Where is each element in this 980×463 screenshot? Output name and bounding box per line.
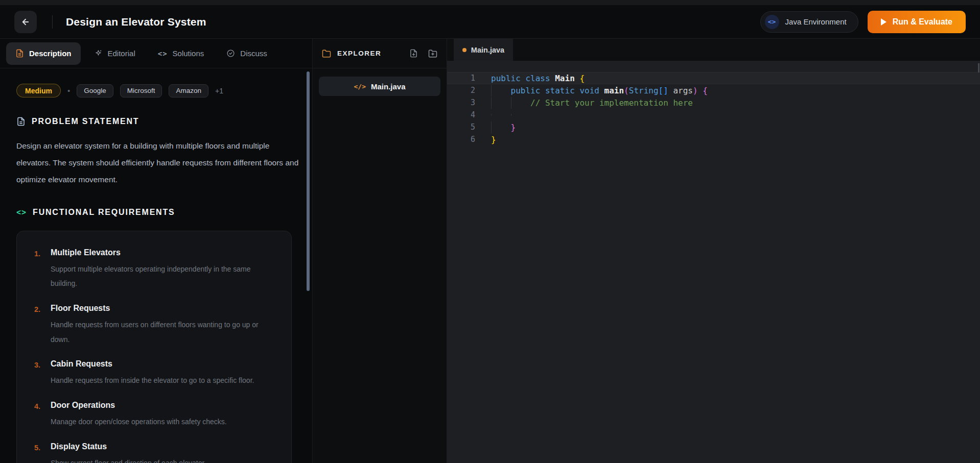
environment-badge[interactable]: <> Java Environment [760, 11, 858, 33]
indent-guide [491, 121, 492, 133]
editor-tab-label: Main.java [471, 46, 504, 54]
indent-guide [511, 97, 511, 109]
code-brackets-icon: <> [765, 15, 779, 29]
explorer-header: EXPLORER [313, 39, 447, 68]
company-tag-amazon[interactable]: Amazon [169, 84, 208, 98]
code-brackets-icon: <> [16, 208, 27, 217]
indent-guide [491, 114, 492, 116]
editor-tab-main-java[interactable]: Main.java [454, 39, 513, 61]
requirement-number: 3. [28, 359, 43, 388]
tab-description[interactable]: Description [6, 42, 81, 65]
line-number: 2 [447, 86, 475, 95]
requirement-description: Show current floor and direction of each… [51, 456, 206, 463]
file-item-main-java[interactable]: </> Main.java [319, 77, 440, 96]
environment-label: Java Environment [785, 17, 847, 26]
company-tag-microsoft[interactable]: Microsoft [120, 84, 162, 98]
requirement-description: Manage door open/close operations with s… [51, 415, 227, 429]
code-line[interactable]: 4 [447, 109, 980, 121]
tab-label: Solutions [173, 49, 204, 58]
panel-scrollbar-thumb[interactable] [307, 71, 310, 291]
difficulty-badge: Medium [16, 84, 61, 98]
problem-meta: Medium • Google Microsoft Amazon +1 [16, 84, 292, 98]
sparkles-icon [94, 49, 103, 58]
separator-dot: • [67, 86, 70, 95]
document-icon [15, 49, 24, 58]
requirement-number: 1. [28, 248, 43, 291]
editor-tab-bar: Main.java [447, 39, 980, 61]
window-top-edge [0, 0, 980, 5]
code-line[interactable]: 1public class Main { [447, 72, 980, 84]
line-number: 4 [447, 110, 475, 119]
run-evaluate-button[interactable]: Run & Evaluate [868, 11, 966, 33]
line-number: 3 [447, 98, 475, 107]
problem-statement-text: Design an elevator system for a building… [16, 138, 300, 188]
requirement-description: Handle requests from inside the elevator… [51, 373, 254, 388]
code-area[interactable]: 1public class Main {2 public static void… [447, 61, 980, 463]
tab-label: Discuss [240, 49, 267, 58]
problem-statement-heading: PROBLEM STATEMENT [16, 117, 292, 126]
heading-label: PROBLEM STATEMENT [32, 117, 139, 126]
tab-solutions[interactable]: <> Solutions [149, 42, 214, 65]
line-number: 1 [447, 74, 475, 83]
arrow-left-icon [21, 17, 30, 27]
requirement-number: 2. [28, 304, 43, 347]
description-panel: Description Editorial <> Solutions Discu… [0, 39, 313, 463]
page-title: Design an Elevator System [66, 16, 206, 28]
company-tag-google[interactable]: Google [77, 84, 113, 98]
requirement-number: 5. [28, 442, 43, 463]
more-companies-badge[interactable]: +1 [215, 87, 223, 95]
top-bar: Design an Elevator System <> Java Enviro… [0, 5, 980, 39]
code-brackets-icon: <> [158, 50, 168, 58]
file-explorer: EXPLORER </> Main.java [313, 39, 447, 463]
requirement-title: Door Operations [51, 401, 227, 410]
code-editor: Main.java 1public class Main {2 public s… [447, 39, 980, 463]
new-folder-icon[interactable] [428, 49, 437, 58]
document-icon [16, 117, 26, 126]
code-file-icon: </> [354, 83, 365, 90]
tab-label: Description [29, 49, 72, 58]
back-button[interactable] [14, 11, 37, 33]
indent-guide [511, 114, 511, 116]
check-circle-icon [226, 49, 235, 58]
requirement-description: Handle requests from users on different … [51, 318, 277, 347]
requirement-title: Display Status [51, 442, 206, 451]
panel-tabs: Description Editorial <> Solutions Discu… [0, 39, 312, 68]
line-number: 5 [447, 123, 475, 132]
run-evaluate-label: Run & Evaluate [893, 17, 952, 27]
tab-editorial[interactable]: Editorial [85, 42, 145, 65]
requirement-item: 2. Floor Requests Handle requests from u… [28, 304, 277, 347]
heading-label: FUNCTIONAL REQUIREMENTS [33, 208, 175, 217]
folder-icon [322, 49, 331, 58]
indent-guide [491, 85, 492, 96]
requirement-title: Multiple Elevators [51, 248, 277, 257]
requirement-description: Support multiple elevators operating ind… [51, 262, 277, 291]
requirements-card: 1. Multiple Elevators Support multiple e… [16, 231, 292, 463]
requirement-item: 5. Display Status Show current floor and… [28, 442, 277, 463]
code-line[interactable]: 2 public static void main(String[] args)… [447, 84, 980, 96]
requirement-number: 4. [28, 401, 43, 429]
requirement-title: Cabin Requests [51, 359, 254, 369]
indent-guide [491, 97, 492, 109]
header-divider [52, 15, 53, 29]
file-name: Main.java [371, 82, 406, 91]
code-line[interactable]: 3 // Start your implementation here [447, 96, 980, 109]
code-line[interactable]: 5 } [447, 121, 980, 133]
tab-discuss[interactable]: Discuss [217, 42, 276, 65]
requirement-item: 3. Cabin Requests Handle requests from i… [28, 359, 277, 388]
editor-scrollbar-thumb[interactable] [978, 63, 979, 72]
requirement-item: 1. Multiple Elevators Support multiple e… [28, 248, 277, 291]
play-icon [881, 18, 886, 26]
code-line[interactable]: 6} [447, 133, 980, 145]
unsaved-dot-icon [462, 48, 466, 52]
tab-label: Editorial [108, 49, 135, 58]
new-file-icon[interactable] [409, 49, 418, 58]
functional-requirements-heading: <> FUNCTIONAL REQUIREMENTS [16, 208, 292, 217]
line-number: 6 [447, 135, 475, 144]
explorer-title: EXPLORER [337, 50, 381, 57]
requirement-title: Floor Requests [51, 304, 277, 313]
requirement-item: 4. Door Operations Manage door open/clos… [28, 401, 277, 429]
